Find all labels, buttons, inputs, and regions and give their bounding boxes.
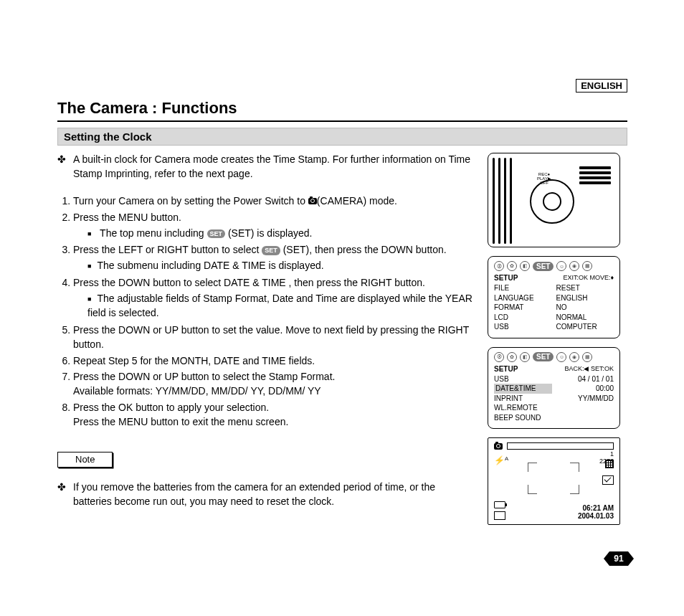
set-pill-icon: SET bbox=[207, 229, 226, 239]
menu-title: SETUP bbox=[494, 274, 518, 282]
mode-dial-icon bbox=[530, 179, 574, 224]
figure-datetime-menu: ⦿✿◧ SET ☺◉▦ SETUP BACK:◀ SET:OK USB DATE… bbox=[488, 347, 620, 430]
menu-values: 04 / 01 / 0100:00YY/MM/DD bbox=[556, 374, 614, 423]
note-label: Note bbox=[57, 452, 113, 468]
menu-values: RESETENGLISHNONORMALCOMPUTER bbox=[556, 283, 614, 332]
set-pill-icon: SET bbox=[262, 246, 280, 255]
menu-tab-bar: ⦿✿◧ SET ☺◉▦ bbox=[494, 261, 614, 271]
note-text: If you remove the batteries from the cam… bbox=[57, 480, 473, 509]
dial-labels: REC● PLAY▶ OFF bbox=[537, 172, 551, 185]
step-2: Press the MENU button. The top menu incl… bbox=[73, 211, 473, 241]
figure-column: REC● PLAY▶ OFF ⦿✿◧ SET ☺◉▦ SETUP EXIT:OK… bbox=[488, 153, 620, 525]
menu-keys: FILELANGUAGEFORMATLCDUSB bbox=[494, 283, 552, 332]
set-tab: SET bbox=[533, 352, 554, 361]
step-7: Press the DOWN or UP button to select th… bbox=[73, 370, 473, 399]
display-date: 2004.01.03 bbox=[578, 512, 614, 520]
set-tab: SET bbox=[533, 262, 554, 271]
page-number: 91 bbox=[609, 551, 628, 566]
shot-count: 1 bbox=[494, 451, 614, 458]
step-6: Repeat Step 5 for the MONTH, DATE and TI… bbox=[73, 354, 473, 369]
quality-icon bbox=[605, 460, 614, 468]
card-icon bbox=[494, 511, 505, 520]
camera-icon bbox=[308, 198, 317, 204]
menu-tab-bar: ⦿✿◧ SET ☺◉▦ bbox=[494, 352, 614, 362]
display-time: 06:21 AM bbox=[578, 504, 614, 512]
menu-hint: BACK:◀ SET:OK bbox=[564, 365, 614, 373]
page-title: The Camera : Functions bbox=[57, 99, 627, 118]
progress-bar bbox=[507, 442, 614, 450]
selected-item: DATE&TIME bbox=[494, 384, 552, 394]
focus-brackets bbox=[528, 463, 579, 494]
step-3: Press the LEFT or RIGHT button to select… bbox=[73, 243, 473, 273]
camera-icon bbox=[494, 443, 503, 450]
step-8: Press the OK button to apply your select… bbox=[73, 401, 473, 430]
menu-keys: USB DATE&TIME INPRINTWL.REMOTEBEEP SOUND bbox=[494, 374, 552, 423]
title-underline bbox=[57, 120, 627, 122]
step-5: Press the DOWN or UP button to set the v… bbox=[73, 323, 473, 352]
menu-hint: EXIT:OK MOVE:♦ bbox=[563, 274, 614, 282]
grip-icon bbox=[579, 166, 611, 191]
instruction-column: A built-in clock for Camera mode creates… bbox=[57, 153, 473, 525]
figure-camera-display: 1 2272 ⚡ᴬ 06:21 AM 2004.01.03 bbox=[488, 437, 620, 525]
section-heading: Setting the Clock bbox=[57, 128, 627, 146]
lead-paragraph: A built-in clock for Camera mode creates… bbox=[57, 153, 473, 181]
review-icon bbox=[602, 475, 614, 485]
figure-power-switch: REC● PLAY▶ OFF bbox=[488, 153, 620, 247]
step-1: Turn your Camera on by setting the Power… bbox=[73, 194, 473, 209]
steps-list: Turn your Camera on by setting the Power… bbox=[57, 194, 473, 430]
figure-setup-menu: ⦿✿◧ SET ☺◉▦ SETUP EXIT:OK MOVE:♦ FILELAN… bbox=[488, 256, 620, 338]
step-4: Press the DOWN button to select DATE & T… bbox=[73, 276, 473, 321]
battery-icon bbox=[494, 501, 505, 508]
menu-title: SETUP bbox=[494, 365, 518, 373]
flash-icon: ⚡ᴬ bbox=[494, 455, 508, 465]
language-tag: ENGLISH bbox=[576, 79, 627, 93]
